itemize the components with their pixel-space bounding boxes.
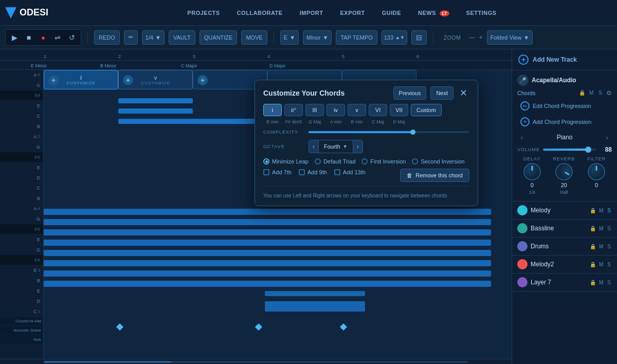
key-Fs5[interactable]: F# [0,152,43,162]
add-13th-checkbox[interactable] [334,169,340,175]
key-D3[interactable]: D [0,296,43,306]
key-C5[interactable]: C [0,183,43,193]
tap-tempo-button[interactable]: TAP TEMPO [336,30,377,45]
chord-btn-iii[interactable]: III [305,104,324,116]
key-E5[interactable]: E [0,162,43,173]
key-Fs6[interactable]: F# [0,90,43,101]
delay-knob[interactable] [523,163,541,180]
chord-btn-iv[interactable]: iv [326,104,345,116]
view-select[interactable]: Folded View ▼ [487,30,533,45]
key-A5[interactable]: A5 [0,132,43,142]
chords-m-button[interactable]: M [588,89,594,97]
loop-button[interactable]: ⇌ [51,31,64,44]
key-B6[interactable]: B [0,121,43,132]
key-C1[interactable]: C1 [0,306,43,317]
add-9th-checkbox[interactable] [299,169,305,175]
first-inversion-option[interactable]: First Inversion [361,158,406,165]
melody2-m-button[interactable]: M [598,261,604,268]
previous-button[interactable]: Previous [393,86,427,100]
quantize-button[interactable]: QUANTIZE [199,30,238,45]
volume-handle[interactable] [585,147,591,153]
bassline-s-button[interactable]: S [606,225,612,232]
key-B3[interactable]: B [0,276,43,286]
add-chord-button-2[interactable]: + [197,75,208,85]
add-new-track-button[interactable]: + Add New Track [512,49,617,70]
next-button[interactable]: Next [430,86,453,100]
key-G6[interactable]: G [0,80,43,90]
note-value-select[interactable]: 1/4 ▼ [142,30,165,45]
modal-close-button[interactable]: ✕ [458,88,469,98]
octave-next-button[interactable]: › [353,140,362,153]
edit-chord-progression-button[interactable]: ✏ Edit Chord Progression [517,99,612,113]
chord-btn-i[interactable]: i [263,104,282,116]
key-E3[interactable]: E3 [0,265,43,276]
minimize-leap-option[interactable]: Minimize Leap [263,158,308,165]
key-C6[interactable]: C [0,111,43,121]
key-closed-hihat[interactable]: Closed Hi-Hat [0,317,43,326]
add-7th-option[interactable]: Add 7th [263,169,292,175]
key-E4[interactable]: E [0,234,43,245]
chords-s-button[interactable]: S [597,89,603,97]
default-triad-option[interactable]: Default Triad [315,158,355,165]
volume-slider[interactable] [543,149,596,151]
key-acoustic-snare[interactable]: Acoustic Snare [0,326,43,335]
stop-button[interactable]: ■ [22,31,35,44]
complexity-slider[interactable] [308,131,469,133]
vault-button[interactable]: VAULT [169,30,195,45]
bassline-m-button[interactable]: M [598,225,604,232]
mode-select[interactable]: Minor ▼ [303,30,332,45]
pencil-tool[interactable]: ✏ [124,30,138,45]
move-button[interactable]: MOVE [241,30,267,45]
nav-settings[interactable]: SETTINGS [459,7,504,19]
nav-export[interactable]: EXPORT [333,7,372,19]
nav-projects[interactable]: PROJECTS [180,7,227,19]
key-E6[interactable]: E [0,101,43,111]
track-melody[interactable]: Melody 🔒 M S [512,202,617,220]
key-select[interactable]: E ▼ [280,30,299,45]
horizontal-scrollbar[interactable] [0,359,512,364]
key-G4b[interactable]: G [0,245,43,255]
drums-m-button[interactable]: M [598,243,604,250]
octave-prev-button[interactable]: ‹ [309,140,318,153]
key-E3b[interactable]: E [0,286,43,296]
metronome-button[interactable]: ↺ [65,31,79,44]
melody-s-button[interactable]: S [606,207,612,214]
record-button[interactable]: ● [37,31,50,44]
add-chord-progression-button[interactable]: + Add Chord Progression [517,115,612,129]
add-chord-button-0[interactable]: + [48,75,59,85]
chord-btn-ii[interactable]: ii° [284,104,303,116]
chord-btn-vii[interactable]: VII [390,104,408,116]
nav-guide[interactable]: GUIDE [375,7,408,19]
add-7th-checkbox[interactable] [263,169,269,175]
prev-instrument-button[interactable]: ‹ [517,133,527,142]
melody-m-button[interactable]: M [598,207,604,214]
remove-chord-button[interactable]: 🗑 Remove this chord [400,169,469,182]
add-chord-button-1[interactable]: + [123,75,133,85]
layer7-s-button[interactable]: S [606,279,612,286]
second-inversion-option[interactable]: Second Inversion [412,158,464,165]
add-13th-option[interactable]: Add 13th [334,169,366,175]
reverb-knob[interactable] [552,160,576,184]
key-Fs4[interactable]: F# [0,224,43,234]
nav-news[interactable]: NEWS 17 [411,7,457,19]
key-D5[interactable]: D [0,173,43,183]
chord-btn-custom[interactable]: Custom [411,104,442,116]
complexity-handle[interactable] [410,130,415,135]
layer7-m-button[interactable]: M [598,279,604,286]
mixer-button[interactable]: ⊟ [411,30,427,45]
drums-s-button[interactable]: S [606,243,612,250]
key-A4[interactable]: A4 [0,204,43,214]
track-drums[interactable]: Drums 🔒 M S [512,238,617,256]
filter-knob[interactable] [588,163,605,180]
play-button[interactable]: ▶ [8,31,21,44]
nav-collaborate[interactable]: COLLABORATE [230,7,290,19]
key-Fs4b[interactable]: F# [0,255,43,265]
track-layer7[interactable]: Layer 7 🔒 M S [512,274,617,292]
key-B5[interactable]: B [0,193,43,204]
tempo-control[interactable]: 133 ▲▼ [382,30,407,45]
track-melody2[interactable]: Melody2 🔒 M S [512,256,617,274]
key-G5[interactable]: G [0,142,43,152]
redo-button[interactable]: REDO [94,30,120,45]
chord-btn-vi[interactable]: VI [369,104,387,116]
next-instrument-button[interactable]: › [603,133,612,142]
